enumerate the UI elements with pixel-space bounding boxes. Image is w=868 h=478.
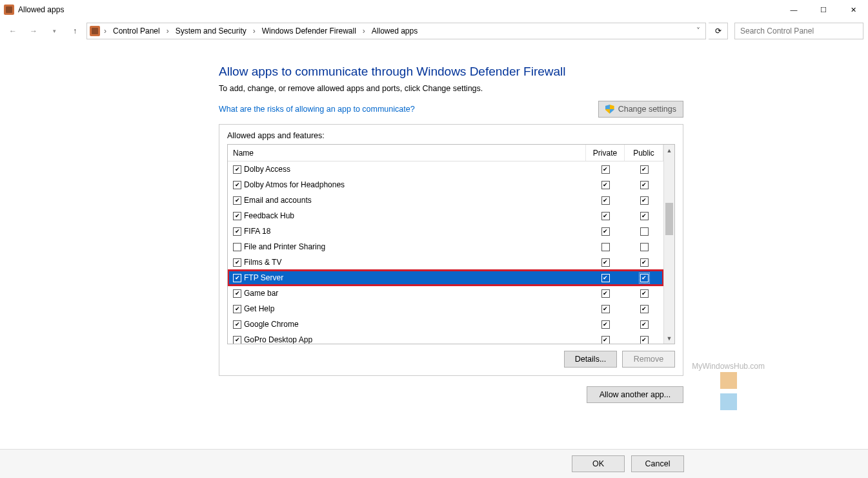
change-settings-button[interactable]: Change settings (598, 101, 683, 118)
app-enable-checkbox[interactable] (233, 165, 241, 174)
private-checkbox[interactable] (601, 320, 610, 329)
up-button[interactable]: ↑ (66, 22, 84, 40)
app-name-label: Google Chrome (244, 320, 299, 329)
app-enable-checkbox[interactable] (233, 243, 241, 251)
app-row[interactable]: Dolby Access (228, 161, 663, 177)
ok-button[interactable]: OK (572, 455, 625, 472)
app-row[interactable]: Google Chrome (228, 317, 663, 332)
app-enable-checkbox[interactable] (233, 274, 241, 282)
app-name-label: Dolby Atmos for Headphones (244, 180, 345, 189)
app-row[interactable]: GoPro Desktop App (228, 332, 663, 344)
private-checkbox[interactable] (601, 165, 610, 174)
public-checkbox[interactable] (640, 165, 649, 174)
app-row[interactable]: Dolby Atmos for Headphones (228, 177, 663, 192)
public-checkbox[interactable] (640, 320, 649, 329)
maximize-button[interactable]: ☐ (809, 0, 838, 19)
public-checkbox[interactable] (640, 258, 649, 267)
breadcrumb-item[interactable]: Control Panel (110, 25, 163, 37)
public-checkbox[interactable] (640, 305, 649, 313)
public-checkbox[interactable] (640, 196, 649, 205)
app-name-label: Email and accounts (244, 196, 312, 205)
app-enable-checkbox[interactable] (233, 212, 241, 220)
chevron-right-icon: › (361, 26, 367, 36)
public-checkbox[interactable] (640, 243, 649, 251)
watermark: MyWindowsHub.com (692, 362, 765, 413)
app-enable-checkbox[interactable] (233, 320, 241, 329)
private-checkbox[interactable] (601, 243, 610, 251)
app-row[interactable]: Films & TV (228, 255, 663, 270)
address-bar[interactable]: › Control Panel › System and Security › … (86, 23, 706, 39)
cancel-button[interactable]: Cancel (631, 455, 684, 472)
column-private[interactable]: Private (586, 145, 625, 161)
search-input[interactable] (739, 26, 859, 36)
app-name-label: Dolby Access (244, 165, 290, 174)
private-checkbox[interactable] (601, 274, 610, 282)
scroll-up-icon[interactable]: ▲ (664, 145, 674, 156)
refresh-button[interactable]: ⟳ (709, 23, 728, 39)
forward-button[interactable]: → (25, 22, 43, 40)
app-row[interactable]: FIFA 18 (228, 223, 663, 239)
list-header: Name Private Public (228, 145, 663, 161)
private-checkbox[interactable] (601, 212, 610, 220)
app-enable-checkbox[interactable] (233, 181, 241, 189)
details-button[interactable]: Details... (564, 351, 617, 368)
back-button[interactable]: ← (4, 22, 22, 40)
column-public[interactable]: Public (625, 145, 663, 161)
app-enable-checkbox[interactable] (233, 258, 241, 267)
allowed-apps-panel: Allow apps to communicate through Window… (219, 65, 683, 403)
app-name-label: Feedback Hub (244, 211, 294, 220)
app-enable-checkbox[interactable] (233, 196, 241, 205)
search-box[interactable] (734, 23, 863, 39)
public-checkbox[interactable] (640, 181, 649, 189)
private-checkbox[interactable] (601, 305, 610, 313)
app-row[interactable]: Feedback Hub (228, 208, 663, 223)
close-button[interactable]: ✕ (838, 0, 868, 19)
private-checkbox[interactable] (601, 227, 610, 236)
app-name-label: File and Printer Sharing (244, 242, 325, 251)
public-checkbox[interactable] (640, 212, 649, 220)
chevron-right-icon: › (103, 26, 108, 36)
private-checkbox[interactable] (601, 258, 610, 267)
nav-row: ← → ▾ ↑ › Control Panel › System and Sec… (0, 19, 868, 43)
private-checkbox[interactable] (601, 336, 610, 344)
titlebar: Allowed apps — ☐ ✕ (0, 0, 868, 19)
app-row[interactable]: File and Printer Sharing (228, 239, 663, 255)
address-icon (90, 26, 100, 36)
app-enable-checkbox[interactable] (233, 336, 241, 344)
app-name-label: FIFA 18 (244, 227, 270, 236)
scroll-thumb[interactable] (665, 203, 673, 235)
app-name-label: Films & TV (244, 258, 281, 267)
private-checkbox[interactable] (601, 196, 610, 205)
breadcrumb-item[interactable]: Windows Defender Firewall (259, 25, 359, 37)
app-row[interactable]: Get Help (228, 301, 663, 317)
app-name-label: Game bar (244, 289, 278, 298)
allow-another-app-button[interactable]: Allow another app... (587, 386, 683, 403)
page-subtext: To add, change, or remove allowed apps a… (219, 84, 683, 93)
remove-button[interactable]: Remove (622, 351, 675, 368)
address-dropdown[interactable]: ˅ (694, 26, 703, 36)
private-checkbox[interactable] (601, 289, 610, 298)
window-title: Allowed apps (18, 5, 64, 14)
private-checkbox[interactable] (601, 181, 610, 189)
public-checkbox[interactable] (640, 274, 649, 282)
app-name-label: Get Help (244, 304, 274, 313)
app-row[interactable]: FTP Server (228, 270, 663, 286)
minimize-button[interactable]: — (779, 0, 809, 19)
recent-dropdown[interactable]: ▾ (45, 22, 63, 40)
column-name[interactable]: Name (228, 145, 586, 161)
dialog-button-bar: OK Cancel (0, 449, 868, 478)
app-name-label: GoPro Desktop App (244, 335, 312, 344)
public-checkbox[interactable] (640, 336, 649, 344)
risks-link[interactable]: What are the risks of allowing an app to… (219, 105, 415, 114)
app-enable-checkbox[interactable] (233, 305, 241, 313)
scrollbar[interactable]: ▲ ▼ (663, 145, 674, 344)
public-checkbox[interactable] (640, 289, 649, 298)
app-row[interactable]: Email and accounts (228, 192, 663, 208)
app-enable-checkbox[interactable] (233, 227, 241, 236)
breadcrumb-item[interactable]: System and Security (173, 25, 249, 37)
public-checkbox[interactable] (640, 227, 649, 236)
app-row[interactable]: Game bar (228, 286, 663, 301)
app-enable-checkbox[interactable] (233, 289, 241, 298)
scroll-down-icon[interactable]: ▼ (664, 333, 674, 344)
breadcrumb-item[interactable]: Allowed apps (369, 25, 420, 37)
